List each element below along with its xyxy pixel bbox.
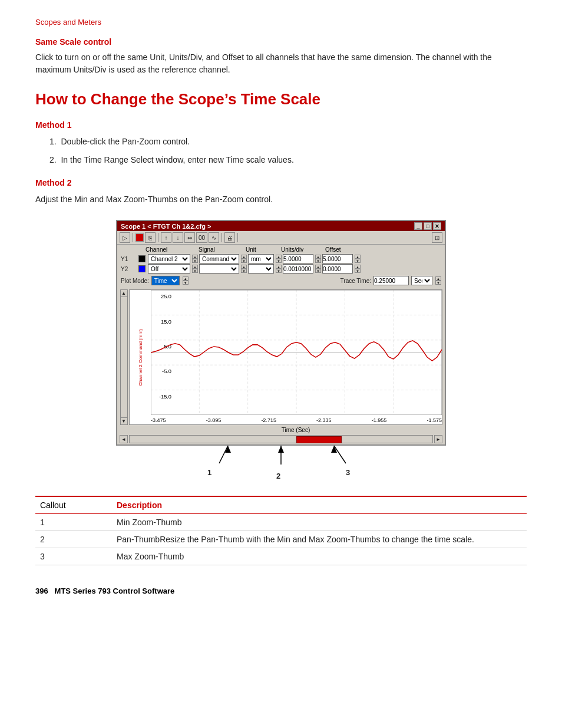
svg-text:-5.0: -5.0: [162, 368, 171, 374]
trace-time-label: Trace Time:: [340, 278, 371, 284]
y2-unit-spin[interactable]: ▲▼: [276, 265, 282, 273]
x-axis-label: Time (Sec): [117, 426, 445, 434]
toolbar-copy-btn[interactable]: ⎘: [145, 232, 156, 243]
y2-offset-input[interactable]: [322, 264, 353, 274]
trace-time-unit-select[interactable]: Sec: [411, 276, 432, 285]
desc-cell-1: Min Zoom-Thumb: [112, 514, 527, 531]
y-axis-label-container: Channel 2 Command (mm): [130, 290, 151, 424]
x-tick-1: -3.475: [151, 417, 166, 423]
toolbar-sep4: [237, 233, 238, 242]
toolbar-right-btn[interactable]: ⊡: [432, 232, 442, 243]
same-scale-section: Same Scale control Click to turn on or o…: [35, 37, 527, 76]
y1-unit-select[interactable]: mm: [248, 254, 274, 263]
page-footer: 396 MTS Series 793 Control Software: [35, 583, 527, 595]
y2-signal-spin[interactable]: ▲▼: [241, 265, 247, 273]
h-scroll-right[interactable]: ►: [434, 435, 442, 443]
h-scrollbar-track[interactable]: [129, 435, 433, 443]
y1-channel-select[interactable]: Channel 2: [148, 254, 190, 263]
y2-unitsdiv-spin[interactable]: ▲▼: [315, 265, 321, 273]
y2-offset-spin[interactable]: ▲▼: [355, 265, 361, 273]
y2-channel-select[interactable]: Off: [148, 264, 190, 274]
col-offset-header: Offset: [325, 246, 369, 253]
footer-product: MTS Series 793 Control Software: [55, 587, 175, 595]
toolbar-print-btn[interactable]: 🖨: [224, 232, 235, 243]
y-scroll-up[interactable]: ▲: [120, 289, 128, 297]
y1-channel-spin[interactable]: ▲▼: [192, 255, 198, 263]
callout-arrows-svg: [116, 446, 446, 484]
close-button[interactable]: ✕: [433, 222, 441, 230]
scope-column-headers: Channel Signal Unit Units/div Offset: [121, 246, 441, 253]
callout-header-text: Callout: [40, 500, 66, 510]
col-unitsdiv-header: Units/div: [281, 246, 325, 253]
svg-marker-19: [278, 446, 284, 453]
callout-num-1: 1: [207, 468, 211, 477]
toolbar-zoom-btn1[interactable]: ↑: [161, 232, 171, 243]
y1-signal-select[interactable]: Command: [199, 254, 239, 263]
trace-time-spin[interactable]: ▲▼: [435, 276, 441, 285]
col-signal-header: Signal: [199, 246, 246, 253]
toolbar-sep2: [158, 233, 158, 242]
y2-unit-select[interactable]: [248, 264, 274, 274]
chart-container: ▲ ▼ Channel 2 Command (mm): [117, 288, 445, 426]
svg-line-20: [334, 446, 346, 463]
y-scroll-track: [120, 297, 128, 417]
plot-mode-select[interactable]: Time: [151, 276, 180, 285]
toolbar-sep3: [222, 233, 222, 242]
callout-cell-2: 2: [35, 531, 112, 548]
page-title: How to Change the Scope’s Time Scale: [35, 90, 527, 108]
svg-text:25.0: 25.0: [161, 294, 171, 299]
x-tick-3: -2.715: [261, 417, 276, 423]
y2-signal-select[interactable]: [199, 264, 239, 274]
svg-line-16: [219, 446, 228, 463]
scope-image-container: Scope 1 < FTGT Ch 1&2.cfg > _ □ ✕ ▷ ⎘ ↑ …: [35, 220, 527, 484]
chart-svg: 25.0 15.0 5.0 -5.0 -15.0: [151, 290, 442, 415]
x-tick-6: -1.575: [427, 417, 442, 423]
toolbar-cursor-btn[interactable]: ▷: [120, 232, 130, 243]
callout-diagram: 1 2 3: [116, 446, 446, 484]
y2-color-box: [138, 265, 146, 272]
method1-label: Method 1: [35, 120, 527, 130]
y1-unitsdiv-spin[interactable]: ▲▼: [315, 255, 321, 263]
y1-unit-spin[interactable]: ▲▼: [276, 255, 282, 263]
toolbar-00-btn[interactable]: 00: [196, 232, 207, 243]
x-tick-4: -2.335: [316, 417, 332, 423]
desc-header-text: Description: [117, 500, 162, 510]
toolbar-wave-btn[interactable]: ∿: [209, 232, 219, 243]
breadcrumb-text: Scopes and Meters: [35, 18, 101, 27]
x-tick-labels: -3.475 -3.095 -2.715 -2.335 -1.955 -1.57…: [151, 417, 442, 423]
trace-time-input[interactable]: [373, 276, 409, 285]
x-tick-2: -3.095: [206, 417, 222, 423]
scope-window: Scope 1 < FTGT Ch 1&2.cfg > _ □ ✕ ▷ ⎘ ↑ …: [116, 220, 446, 446]
h-scrollbar-thumb[interactable]: [296, 436, 342, 443]
trace-time-row: Trace Time: Sec ▲▼: [340, 276, 441, 285]
scope-toolbar: ▷ ⎘ ↑ ↓ ⇔ 00 ∿ 🖨 ⊡: [117, 231, 445, 245]
y-scroll-down[interactable]: ▼: [120, 417, 128, 425]
method2-body: Adjust the Min and Max Zoom-Thumbs on th…: [35, 193, 527, 206]
y1-signal-spin[interactable]: ▲▼: [241, 255, 247, 263]
y2-label: Y2: [121, 266, 137, 272]
minimize-button[interactable]: _: [414, 222, 422, 230]
y2-channel-spin[interactable]: ▲▼: [192, 265, 198, 273]
footer-page-num: 396: [35, 587, 48, 595]
y2-unitsdiv-input[interactable]: [283, 264, 313, 274]
h-scroll-left[interactable]: ◄: [120, 435, 128, 443]
table-row: 1 Min Zoom-Thumb: [35, 514, 527, 531]
chart-area: Channel 2 Command (mm): [129, 289, 442, 425]
plot-mode-row: Plot Mode: Time ▲▼: [121, 275, 189, 286]
y-axis-label: Channel 2 Command (mm): [138, 329, 143, 386]
toolbar-zoom-btn2[interactable]: ↓: [173, 232, 183, 243]
y1-unitsdiv-input[interactable]: [283, 254, 313, 263]
y-scroll-controls: ▲ ▼: [120, 289, 128, 425]
method2-section: Method 2 Adjust the Min and Max Zoom-Thu…: [35, 178, 527, 206]
desc-cell-3: Max Zoom-Thumb: [112, 548, 527, 565]
plot-mode-spin[interactable]: ▲▼: [183, 276, 189, 285]
y1-color-box: [138, 255, 146, 262]
y1-offset-input[interactable]: [322, 254, 353, 263]
y1-offset-spin[interactable]: ▲▼: [355, 255, 361, 263]
callout-num-2: 2: [276, 472, 280, 480]
toolbar-align-btn[interactable]: ⇔: [184, 232, 195, 243]
toolbar-stop-btn[interactable]: [135, 233, 144, 242]
maximize-button[interactable]: □: [424, 222, 432, 230]
same-scale-body: Click to turn on or off the same Unit, U…: [35, 51, 527, 76]
callout-num-3: 3: [346, 468, 350, 477]
